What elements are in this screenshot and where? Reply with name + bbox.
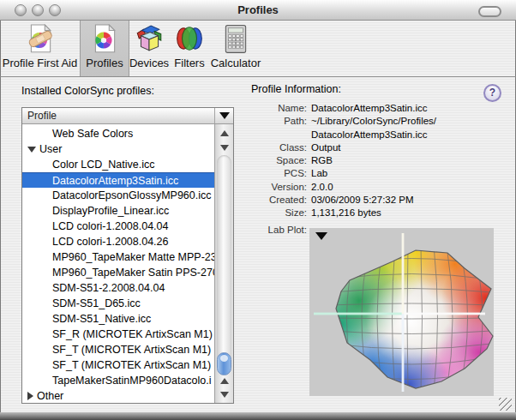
toolbar-item-devices[interactable]: Devices [129, 21, 169, 76]
field-path: Path:~/Library/ColorSync/Profiles/ [247, 115, 509, 128]
list-item[interactable]: SDM-S51_D65.icc [22, 296, 214, 311]
toolbar-item-calculator[interactable]: Calculator [210, 21, 261, 76]
profile-column-header[interactable]: Profile [22, 108, 233, 124]
field-pcs: PCS:Lab [247, 167, 509, 180]
list-item[interactable]: SF_T (MICROTEK ArtixScan M1) [22, 357, 214, 373]
window-bottom-edge [0, 412, 516, 420]
toolbar-item-label: Devices [129, 57, 169, 69]
list-scrollbar[interactable] [214, 124, 233, 403]
profile-first-aid-icon [26, 24, 55, 55]
arrow-down-icon [220, 392, 229, 398]
filters-icon [175, 24, 204, 55]
titlebar[interactable]: Profiles [0, 0, 516, 21]
list-item[interactable]: SF_R (MICROTEK ArtixScan M1) [22, 327, 214, 342]
field-path-line2: DatacolorAttemp3Satin.icc [247, 129, 509, 141]
list-item[interactable]: DatacolorEpsonGlossyMP960.icc [22, 188, 214, 203]
profiles-list: Profile Web Safe Colors User Color LCD_N… [21, 107, 234, 404]
toolbar-toggle-button[interactable] [478, 6, 501, 17]
scroll-up-button[interactable] [215, 126, 233, 141]
arrow-up-icon [220, 378, 229, 384]
field-space: Space:RGB [247, 154, 509, 167]
list-item[interactable]: SDM-S51_Native.icc [22, 311, 214, 327]
toolbar-item-label: Profiles [86, 57, 123, 69]
field-created: Created:03/06/2009 5:27:32 PM [247, 194, 509, 207]
toolbar-item-label: Calculator [211, 57, 261, 69]
scrollbar-thumb[interactable] [217, 352, 231, 375]
list-item[interactable]: DisplayProfile_Linear.icc [22, 203, 214, 219]
toolbar: Profile First Aid Profiles [0, 21, 516, 77]
chevron-down-icon [219, 112, 230, 119]
column-menu-button[interactable] [214, 108, 233, 123]
disclosure-open-icon[interactable] [27, 147, 36, 153]
help-button[interactable]: ? [483, 84, 501, 102]
list-item-group[interactable]: User [22, 141, 214, 157]
toolbar-item-profiles[interactable]: Profiles [80, 21, 129, 76]
profiles-window: Profiles Profile F [0, 0, 516, 420]
arrow-up-icon [220, 130, 229, 136]
list-item[interactable]: MP960_TapeMaker Satin PPS-270 [22, 265, 214, 280]
list-item-group[interactable]: Other [22, 388, 214, 403]
window-title: Profiles [0, 3, 516, 16]
toolbar-item-label: Profile First Aid [3, 57, 77, 69]
toolbar-item-profile-first-aid[interactable]: Profile First Aid [0, 21, 80, 76]
list-item[interactable]: SDM-S51-2.2008.04.04 [22, 280, 214, 296]
field-size: Size:1,131,216 bytes [247, 207, 509, 219]
scroll-down-button[interactable] [215, 387, 233, 402]
field-class: Class:Output [247, 141, 509, 154]
toolbar-item-filters[interactable]: Filters [169, 21, 210, 76]
list-item[interactable]: LCD colori-1.2008.04.04 [22, 219, 214, 234]
disclosure-closed-icon[interactable] [27, 392, 33, 400]
list-item[interactable]: SF_T (MICROTEK ArtixScan M1) [22, 342, 214, 357]
list-item[interactable]: Web Safe Colors [22, 126, 214, 141]
resize-grip[interactable] [499, 398, 512, 411]
scroll-down-button[interactable] [215, 141, 233, 155]
plot-options-dropdown-icon[interactable] [315, 232, 327, 240]
list-item[interactable]: Color LCD_Native.icc [22, 157, 214, 172]
list-item-selected[interactable]: DatacolorAttemp3Satin.icc [22, 172, 214, 188]
field-version: Version:2.0.0 [247, 181, 509, 194]
list-item[interactable]: TapeMakerSatinMP960Datacolo.i [22, 373, 214, 388]
profiles-rows: Web Safe Colors User Color LCD_Native.ic… [22, 124, 214, 403]
profile-information-heading: Profile Information: [251, 83, 341, 95]
profile-fields: Name:DatacolorAttemp3Satin.icc Path:~/Li… [247, 102, 509, 220]
profiles-icon [90, 24, 119, 55]
devices-icon [135, 24, 164, 55]
list-item[interactable]: LCD colori-1.2008.04.26 [22, 234, 214, 249]
list-item[interactable]: MP960_TapeMaker Matte MPP-23 [22, 249, 214, 265]
lab-gamut-plot [309, 228, 494, 396]
field-name: Name:DatacolorAttemp3Satin.icc [247, 102, 509, 115]
column-header-label: Profile [27, 110, 57, 122]
calculator-icon [221, 24, 250, 55]
installed-profiles-heading: Installed ColorSync profiles: [21, 85, 154, 97]
scrollbar-track[interactable] [217, 155, 231, 372]
lab-plot-label: Lab Plot: [247, 225, 307, 235]
arrow-down-icon [220, 145, 229, 151]
lab-plot [309, 228, 494, 396]
toolbar-item-label: Filters [174, 57, 204, 69]
scroll-up-button[interactable] [215, 374, 233, 388]
